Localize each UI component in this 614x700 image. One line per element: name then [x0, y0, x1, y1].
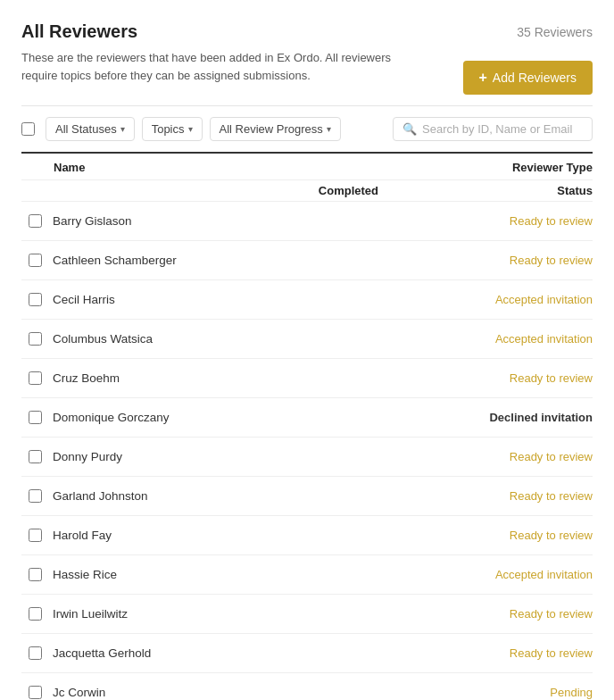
page-title: All Reviewers [21, 21, 396, 42]
reviewer-name: Hassie Rice [53, 568, 450, 581]
reviewer-name: Jc Corwin [53, 686, 450, 699]
reviewer-status: Ready to review [450, 646, 593, 660]
row-checkbox[interactable] [29, 607, 42, 621]
reviewer-name: Donny Purdy [53, 450, 450, 463]
chevron-down-icon: ▾ [327, 124, 331, 134]
filter-review-progress-dropdown[interactable]: All Review Progress ▾ [210, 117, 341, 141]
row-checkbox[interactable] [29, 489, 42, 503]
header-right: 35 Reviewers + Add Reviewers [463, 21, 593, 95]
filters-row: All Statuses ▾ Topics ▾ All Review Progr… [21, 105, 593, 152]
table-row: Domonique GorczanyDeclined invitation [21, 398, 593, 438]
filter-review-progress-label: All Review Progress [220, 122, 323, 136]
row-checkbox[interactable] [29, 332, 42, 346]
table-row: Cecil HarrisAccepted invitation [21, 280, 593, 320]
row-checkbox[interactable] [29, 529, 42, 542]
header-left: All Reviewers These are the reviewers th… [21, 21, 396, 84]
reviewer-status: Ready to review [450, 371, 593, 385]
row-checkbox[interactable] [29, 214, 42, 228]
add-reviewers-button[interactable]: + Add Reviewers [463, 61, 593, 95]
reviewer-name: Domonique Gorczany [53, 411, 450, 424]
col-status-header: Status [450, 184, 593, 197]
col-completed-header: Completed [54, 184, 450, 197]
table-row: Harold FayReady to review [21, 516, 593, 555]
col-reviewer-type-header: Reviewer Type [378, 161, 593, 174]
row-checkbox[interactable] [29, 293, 42, 306]
filter-statuses-dropdown[interactable]: All Statuses ▾ [46, 117, 135, 141]
table-row: Hassie RiceAccepted invitation [21, 555, 593, 595]
page-description: These are the reviewers that have been a… [21, 49, 396, 84]
reviewer-status: Ready to review [450, 254, 593, 267]
reviewers-list: Barry GislasonReady to reviewCathleen Sc… [21, 202, 593, 700]
table-row: Cruz BoehmReady to review [21, 359, 593, 398]
table-row: Jc CorwinPending [21, 673, 593, 700]
row-checkbox[interactable] [29, 254, 42, 267]
table-row: Irwin LueilwitzReady to review [21, 595, 593, 634]
reviewer-status: Ready to review [450, 607, 593, 621]
filter-topics-label: Topics [152, 122, 185, 136]
page-container: All Reviewers These are the reviewers th… [0, 0, 614, 700]
row-checkbox[interactable] [29, 686, 42, 699]
table-row: Columbus WatsicaAccepted invitation [21, 320, 593, 359]
reviewer-name: Jacquetta Gerhold [53, 646, 450, 660]
search-box: 🔍 [393, 117, 593, 141]
col-name-header: Name [54, 161, 378, 174]
reviewer-name: Cathleen Schamberger [53, 254, 450, 267]
table-row: Barry GislasonReady to review [21, 202, 593, 241]
reviewer-status: Accepted invitation [450, 293, 593, 306]
reviewer-status: Accepted invitation [450, 568, 593, 581]
reviewer-name: Harold Fay [53, 529, 450, 542]
search-icon: 🔍 [402, 122, 417, 136]
chevron-down-icon: ▾ [188, 124, 193, 134]
reviewer-name: Garland Johnston [53, 489, 450, 503]
reviewer-name: Columbus Watsica [53, 332, 450, 346]
reviewer-status: Pending [450, 686, 593, 699]
search-input[interactable] [422, 122, 583, 136]
reviewer-name: Barry Gislason [53, 214, 450, 228]
row-checkbox[interactable] [29, 568, 42, 581]
reviewer-count: 35 Reviewers [517, 25, 593, 39]
filter-statuses-label: All Statuses [55, 122, 117, 136]
reviewer-status: Declined invitation [450, 411, 593, 424]
reviewer-status: Accepted invitation [450, 332, 593, 346]
reviewer-status: Ready to review [450, 450, 593, 463]
plus-icon: + [479, 70, 487, 86]
filter-topics-dropdown[interactable]: Topics ▾ [142, 117, 203, 141]
table-row: Donny PurdyReady to review [21, 438, 593, 477]
row-checkbox[interactable] [29, 450, 42, 463]
reviewer-name: Cecil Harris [53, 293, 450, 306]
row-checkbox[interactable] [29, 646, 42, 660]
row-checkbox[interactable] [29, 411, 42, 424]
row-checkbox[interactable] [29, 371, 42, 385]
header-row: All Reviewers These are the reviewers th… [21, 21, 593, 95]
reviewer-status: Ready to review [450, 529, 593, 542]
reviewer-status: Ready to review [450, 489, 593, 503]
reviewer-status: Ready to review [450, 214, 593, 228]
table-container: Name Reviewer Type Completed Status Barr… [21, 152, 593, 700]
add-reviewers-label: Add Reviewers [493, 71, 577, 85]
table-row: Cathleen SchambergerReady to review [21, 241, 593, 280]
table-header: Name Reviewer Type [21, 154, 593, 180]
reviewer-name: Irwin Lueilwitz [53, 607, 450, 621]
sub-header: Completed Status [21, 180, 593, 202]
table-row: Garland JohnstonReady to review [21, 477, 593, 516]
select-all-checkbox[interactable] [21, 122, 35, 136]
table-row: Jacquetta GerholdReady to review [21, 634, 593, 673]
reviewer-name: Cruz Boehm [53, 371, 450, 385]
chevron-down-icon: ▾ [120, 124, 125, 134]
